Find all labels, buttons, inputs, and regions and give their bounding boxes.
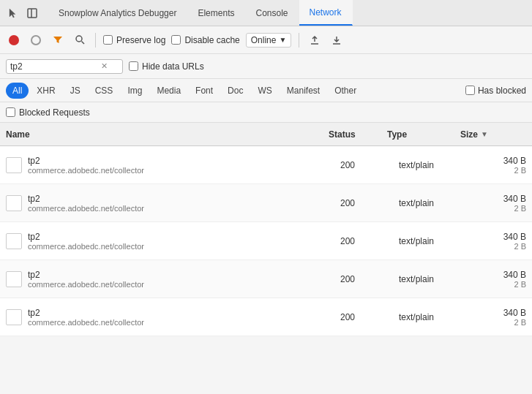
type-filter-other[interactable]: Other bbox=[328, 83, 363, 99]
has-blocked-checkbox[interactable] bbox=[465, 86, 475, 95]
table-row[interactable]: tp2 commerce.adobedc.net/collector 200 t… bbox=[0, 222, 532, 260]
row-name-cell: tp2 commerce.adobedc.net/collector bbox=[0, 191, 334, 216]
column-header-type[interactable]: Type bbox=[381, 129, 454, 140]
row-type: text/plain bbox=[393, 236, 466, 246]
row-type: text/plain bbox=[393, 198, 466, 208]
table-row[interactable]: tp2 commerce.adobedc.net/collector 200 t… bbox=[0, 260, 532, 298]
column-header-size[interactable]: Size ▼ bbox=[454, 129, 520, 140]
preserve-log-checkbox[interactable] bbox=[103, 35, 113, 45]
row-status: 200 bbox=[334, 312, 393, 322]
row-name-cell: tp2 commerce.adobedc.net/collector bbox=[0, 153, 334, 178]
has-blocked-label[interactable]: Has blocked bbox=[465, 86, 526, 96]
type-filter-media[interactable]: Media bbox=[150, 83, 187, 99]
row-icon bbox=[6, 195, 22, 211]
tab-bar: Snowplow Analytics Debugger Elements Con… bbox=[0, 0, 532, 26]
row-domain: commerce.adobedc.net/collector bbox=[28, 318, 144, 327]
row-name-cell: tp2 commerce.adobedc.net/collector bbox=[0, 229, 334, 254]
row-domain: commerce.adobedc.net/collector bbox=[28, 280, 144, 289]
type-filter-doc[interactable]: Doc bbox=[221, 83, 250, 99]
row-size: 340 B 2 B bbox=[466, 156, 532, 175]
type-filter-all[interactable]: All bbox=[6, 83, 29, 99]
filter-button[interactable] bbox=[50, 32, 66, 48]
toolbar: Preserve log Disable cache Online ▼ bbox=[0, 26, 532, 54]
column-header-status[interactable]: Status bbox=[323, 129, 381, 140]
export-har-button[interactable] bbox=[329, 32, 345, 48]
tab-network[interactable]: Network bbox=[299, 0, 353, 26]
type-filter-img[interactable]: Img bbox=[121, 83, 149, 99]
main-content: Preserve log Disable cache Online ▼ bbox=[0, 26, 532, 394]
type-filter-row: All XHR JS CSS Img Media Font Doc WS Man… bbox=[0, 79, 532, 102]
cursor-icon[interactable] bbox=[6, 6, 20, 20]
row-status: 200 bbox=[334, 160, 393, 170]
upload-icon bbox=[310, 35, 320, 45]
table-row[interactable]: tp2 commerce.adobedc.net/collector 200 t… bbox=[0, 298, 532, 336]
blocked-requests-label[interactable]: Blocked Requests bbox=[19, 107, 90, 118]
row-filename: tp2 bbox=[28, 232, 144, 242]
row-domain: commerce.adobedc.net/collector bbox=[28, 166, 144, 175]
row-domain: commerce.adobedc.net/collector bbox=[28, 204, 144, 213]
row-status: 200 bbox=[334, 198, 393, 208]
svg-point-2 bbox=[76, 36, 82, 42]
network-table-rows: tp2 commerce.adobedc.net/collector 200 t… bbox=[0, 146, 532, 336]
row-filename: tp2 bbox=[28, 194, 144, 204]
network-throttle-select[interactable]: Online ▼ bbox=[246, 33, 292, 48]
row-size: 340 B 2 B bbox=[466, 232, 532, 251]
download-icon bbox=[331, 35, 342, 45]
sort-arrow-icon: ▼ bbox=[481, 130, 488, 138]
column-header-name[interactable]: Name bbox=[0, 129, 323, 140]
type-filter-font[interactable]: Font bbox=[189, 83, 220, 99]
row-name-cell: tp2 commerce.adobedc.net/collector bbox=[0, 267, 334, 292]
type-filter-ws[interactable]: WS bbox=[251, 83, 278, 99]
row-domain: commerce.adobedc.net/collector bbox=[28, 242, 144, 251]
filter-row: ✕ Hide data URLs bbox=[0, 54, 532, 79]
record-button[interactable] bbox=[6, 32, 22, 48]
toolbar-separator-2 bbox=[299, 33, 299, 48]
table-header: Name Status Type Size ▼ bbox=[0, 123, 532, 146]
row-status: 200 bbox=[334, 236, 393, 246]
disable-cache-checkbox[interactable] bbox=[171, 35, 181, 45]
blocked-requests-checkbox[interactable] bbox=[6, 107, 15, 117]
search-button[interactable] bbox=[72, 32, 88, 48]
search-input[interactable] bbox=[10, 61, 98, 72]
row-name-cell: tp2 commerce.adobedc.net/collector bbox=[0, 305, 334, 330]
preserve-log-label[interactable]: Preserve log bbox=[103, 35, 165, 45]
record-icon bbox=[9, 35, 19, 45]
tab-console[interactable]: Console bbox=[245, 0, 299, 26]
type-filter-manifest[interactable]: Manifest bbox=[280, 83, 326, 99]
devtools-icons bbox=[6, 6, 40, 20]
tab-snowplow[interactable]: Snowplow Analytics Debugger bbox=[48, 0, 187, 26]
row-filename: tp2 bbox=[28, 156, 144, 166]
row-filename: tp2 bbox=[28, 270, 144, 280]
stop-icon bbox=[31, 35, 41, 45]
row-size: 340 B 2 B bbox=[466, 194, 532, 213]
search-wrapper: ✕ bbox=[6, 59, 123, 74]
type-filter-xhr[interactable]: XHR bbox=[30, 83, 61, 99]
blocked-row: Blocked Requests bbox=[0, 102, 532, 123]
search-icon bbox=[75, 35, 85, 45]
row-size: 340 B 2 B bbox=[466, 270, 532, 289]
svg-rect-0 bbox=[28, 9, 37, 18]
table-row[interactable]: tp2 commerce.adobedc.net/collector 200 t… bbox=[0, 184, 532, 222]
hide-data-urls-label[interactable]: Hide data URLs bbox=[129, 61, 204, 72]
row-status: 200 bbox=[334, 274, 393, 284]
table-row[interactable]: tp2 commerce.adobedc.net/collector 200 t… bbox=[0, 146, 532, 184]
toolbar-separator-1 bbox=[95, 33, 96, 48]
type-filter-css[interactable]: CSS bbox=[89, 83, 120, 99]
tab-elements[interactable]: Elements bbox=[187, 0, 245, 26]
row-type: text/plain bbox=[393, 160, 466, 170]
clear-search-button[interactable]: ✕ bbox=[101, 62, 108, 70]
row-type: text/plain bbox=[393, 312, 466, 322]
disable-cache-label[interactable]: Disable cache bbox=[171, 35, 239, 45]
type-filter-js[interactable]: JS bbox=[64, 83, 87, 99]
network-table-container: Name Status Type Size ▼ tp2 commerce.ado… bbox=[0, 123, 532, 394]
import-har-button[interactable] bbox=[307, 32, 323, 48]
row-icon bbox=[6, 233, 22, 249]
svg-line-3 bbox=[81, 42, 84, 45]
row-type: text/plain bbox=[393, 274, 466, 284]
row-icon bbox=[6, 309, 22, 325]
tab-list: Snowplow Analytics Debugger Elements Con… bbox=[48, 0, 526, 26]
row-size: 340 B 2 B bbox=[466, 308, 532, 327]
stop-button[interactable] bbox=[28, 32, 44, 48]
hide-data-urls-checkbox[interactable] bbox=[129, 61, 138, 71]
panel-icon[interactable] bbox=[25, 6, 40, 20]
